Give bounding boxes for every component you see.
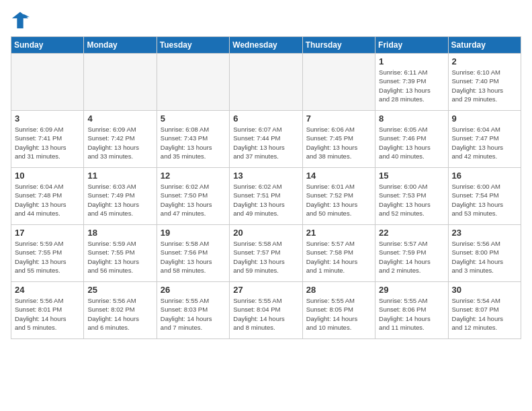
- calendar-cell: 24Sunrise: 5:56 AM Sunset: 8:01 PM Dayli…: [11, 282, 84, 339]
- day-number: 17: [15, 228, 80, 238]
- col-header-friday: Friday: [375, 37, 448, 54]
- col-header-sunday: Sunday: [11, 37, 84, 54]
- calendar-cell: 23Sunrise: 5:56 AM Sunset: 8:00 PM Dayli…: [448, 225, 521, 282]
- page-header: [11, 11, 521, 30]
- calendar-cell: 19Sunrise: 5:58 AM Sunset: 7:56 PM Dayli…: [157, 225, 229, 282]
- day-info: Sunrise: 5:57 AM Sunset: 7:59 PM Dayligh…: [379, 239, 444, 275]
- day-number: 16: [452, 171, 517, 181]
- calendar-cell: 8Sunrise: 6:05 AM Sunset: 7:46 PM Daylig…: [375, 111, 448, 168]
- day-info: Sunrise: 5:58 AM Sunset: 7:57 PM Dayligh…: [233, 239, 298, 275]
- col-header-thursday: Thursday: [302, 37, 375, 54]
- calendar-cell: 17Sunrise: 5:59 AM Sunset: 7:55 PM Dayli…: [11, 225, 84, 282]
- day-info: Sunrise: 6:03 AM Sunset: 7:49 PM Dayligh…: [87, 182, 152, 218]
- day-number: 11: [87, 171, 152, 181]
- day-info: Sunrise: 5:55 AM Sunset: 8:03 PM Dayligh…: [161, 296, 226, 332]
- day-number: 8: [379, 113, 444, 124]
- day-number: 12: [161, 171, 226, 181]
- calendar-cell: 25Sunrise: 5:56 AM Sunset: 8:02 PM Dayli…: [84, 282, 157, 339]
- day-number: 26: [161, 285, 226, 295]
- calendar-cell: 6Sunrise: 6:07 AM Sunset: 7:44 PM Daylig…: [230, 111, 302, 168]
- day-number: 2: [452, 56, 517, 66]
- day-number: 23: [452, 228, 517, 238]
- day-number: 7: [306, 113, 371, 124]
- calendar-cell: 14Sunrise: 6:01 AM Sunset: 7:52 PM Dayli…: [302, 168, 375, 225]
- calendar-cell: 28Sunrise: 5:55 AM Sunset: 8:05 PM Dayli…: [302, 282, 375, 339]
- day-number: 28: [306, 285, 371, 295]
- calendar-cell: 20Sunrise: 5:58 AM Sunset: 7:57 PM Dayli…: [230, 225, 302, 282]
- day-info: Sunrise: 6:07 AM Sunset: 7:44 PM Dayligh…: [233, 125, 298, 161]
- calendar-cell: [230, 54, 302, 111]
- col-header-monday: Monday: [84, 37, 157, 54]
- calendar-cell: [157, 54, 229, 111]
- calendar-cell: 12Sunrise: 6:02 AM Sunset: 7:50 PM Dayli…: [157, 168, 229, 225]
- day-info: Sunrise: 5:59 AM Sunset: 7:55 PM Dayligh…: [15, 239, 80, 275]
- calendar-cell: 10Sunrise: 6:04 AM Sunset: 7:48 PM Dayli…: [11, 168, 84, 225]
- calendar-cell: 3Sunrise: 6:09 AM Sunset: 7:41 PM Daylig…: [11, 111, 84, 168]
- day-number: 6: [233, 113, 298, 124]
- day-number: 14: [306, 171, 371, 181]
- day-info: Sunrise: 6:05 AM Sunset: 7:46 PM Dayligh…: [379, 125, 444, 161]
- day-number: 4: [87, 113, 152, 124]
- day-info: Sunrise: 6:01 AM Sunset: 7:52 PM Dayligh…: [306, 182, 371, 218]
- day-info: Sunrise: 5:54 AM Sunset: 8:07 PM Dayligh…: [452, 296, 517, 332]
- day-info: Sunrise: 6:04 AM Sunset: 7:48 PM Dayligh…: [15, 182, 80, 218]
- calendar-table: SundayMondayTuesdayWednesdayThursdayFrid…: [11, 36, 521, 339]
- day-info: Sunrise: 5:59 AM Sunset: 7:55 PM Dayligh…: [87, 239, 152, 275]
- calendar-cell: [302, 54, 375, 111]
- calendar-cell: 29Sunrise: 5:55 AM Sunset: 8:06 PM Dayli…: [375, 282, 448, 339]
- day-number: 19: [161, 228, 226, 238]
- calendar-cell: 4Sunrise: 6:09 AM Sunset: 7:42 PM Daylig…: [84, 111, 157, 168]
- day-info: Sunrise: 6:02 AM Sunset: 7:51 PM Dayligh…: [233, 182, 298, 218]
- day-number: 29: [379, 285, 444, 295]
- day-info: Sunrise: 5:57 AM Sunset: 7:58 PM Dayligh…: [306, 239, 371, 275]
- day-info: Sunrise: 6:00 AM Sunset: 7:53 PM Dayligh…: [379, 182, 444, 218]
- calendar-cell: 15Sunrise: 6:00 AM Sunset: 7:53 PM Dayli…: [375, 168, 448, 225]
- day-info: Sunrise: 5:56 AM Sunset: 8:02 PM Dayligh…: [87, 296, 152, 332]
- calendar-cell: 26Sunrise: 5:55 AM Sunset: 8:03 PM Dayli…: [157, 282, 229, 339]
- day-info: Sunrise: 6:00 AM Sunset: 7:54 PM Dayligh…: [452, 182, 517, 218]
- calendar-cell: 30Sunrise: 5:54 AM Sunset: 8:07 PM Dayli…: [448, 282, 521, 339]
- day-number: 21: [306, 228, 371, 238]
- day-info: Sunrise: 6:08 AM Sunset: 7:43 PM Dayligh…: [161, 125, 226, 161]
- calendar-cell: 5Sunrise: 6:08 AM Sunset: 7:43 PM Daylig…: [157, 111, 229, 168]
- day-number: 13: [233, 171, 298, 181]
- day-number: 9: [452, 113, 517, 124]
- day-number: 24: [15, 285, 80, 295]
- logo: [11, 11, 32, 30]
- day-number: 25: [87, 285, 152, 295]
- day-info: Sunrise: 6:09 AM Sunset: 7:42 PM Dayligh…: [87, 125, 152, 161]
- day-number: 15: [379, 171, 444, 181]
- day-number: 22: [379, 228, 444, 238]
- day-number: 3: [15, 113, 80, 124]
- day-info: Sunrise: 5:55 AM Sunset: 8:05 PM Dayligh…: [306, 296, 371, 332]
- day-info: Sunrise: 6:11 AM Sunset: 7:39 PM Dayligh…: [379, 68, 444, 103]
- calendar-cell: 2Sunrise: 6:10 AM Sunset: 7:40 PM Daylig…: [448, 54, 521, 111]
- calendar-cell: 13Sunrise: 6:02 AM Sunset: 7:51 PM Dayli…: [230, 168, 302, 225]
- day-info: Sunrise: 5:56 AM Sunset: 8:01 PM Dayligh…: [15, 296, 80, 332]
- day-info: Sunrise: 5:58 AM Sunset: 7:56 PM Dayligh…: [161, 239, 226, 275]
- day-info: Sunrise: 5:55 AM Sunset: 8:04 PM Dayligh…: [233, 296, 298, 332]
- day-info: Sunrise: 6:06 AM Sunset: 7:45 PM Dayligh…: [306, 125, 371, 161]
- day-info: Sunrise: 6:02 AM Sunset: 7:50 PM Dayligh…: [161, 182, 226, 218]
- day-number: 30: [452, 285, 517, 295]
- calendar-cell: 22Sunrise: 5:57 AM Sunset: 7:59 PM Dayli…: [375, 225, 448, 282]
- calendar-cell: 16Sunrise: 6:00 AM Sunset: 7:54 PM Dayli…: [448, 168, 521, 225]
- calendar-cell: 7Sunrise: 6:06 AM Sunset: 7:45 PM Daylig…: [302, 111, 375, 168]
- calendar-cell: [11, 54, 84, 111]
- col-header-tuesday: Tuesday: [157, 37, 229, 54]
- day-info: Sunrise: 6:09 AM Sunset: 7:41 PM Dayligh…: [15, 125, 80, 161]
- logo-icon: [11, 11, 30, 30]
- day-number: 18: [87, 228, 152, 238]
- svg-marker-0: [12, 12, 28, 28]
- col-header-wednesday: Wednesday: [230, 37, 302, 54]
- calendar-cell: [84, 54, 157, 111]
- day-number: 1: [379, 56, 444, 66]
- calendar-cell: 18Sunrise: 5:59 AM Sunset: 7:55 PM Dayli…: [84, 225, 157, 282]
- day-number: 10: [15, 171, 80, 181]
- day-info: Sunrise: 6:04 AM Sunset: 7:47 PM Dayligh…: [452, 125, 517, 161]
- calendar-cell: 1Sunrise: 6:11 AM Sunset: 7:39 PM Daylig…: [375, 54, 448, 111]
- day-number: 27: [233, 285, 298, 295]
- day-info: Sunrise: 5:56 AM Sunset: 8:00 PM Dayligh…: [452, 239, 517, 275]
- calendar-cell: 9Sunrise: 6:04 AM Sunset: 7:47 PM Daylig…: [448, 111, 521, 168]
- calendar-cell: 11Sunrise: 6:03 AM Sunset: 7:49 PM Dayli…: [84, 168, 157, 225]
